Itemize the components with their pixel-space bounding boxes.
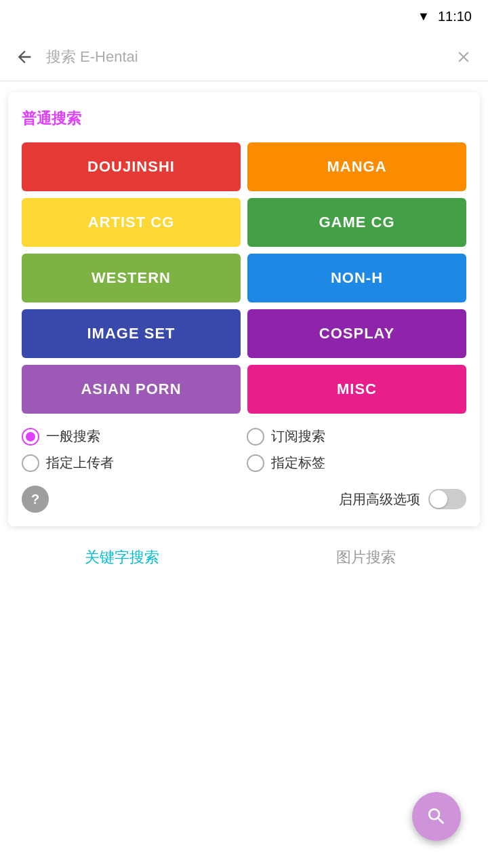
bottom-tabs: 关键字搜索图片搜索 — [0, 537, 488, 578]
category-manga[interactable]: MANGA — [247, 142, 466, 191]
radio-uploader-search[interactable]: 指定上传者 — [22, 454, 241, 472]
radio-circle-tag-search — [247, 454, 264, 472]
category-image-set[interactable]: IMAGE SET — [22, 309, 241, 358]
radio-circle-subscription-search — [247, 428, 264, 446]
status-time: 11:10 — [438, 9, 472, 24]
radio-circle-general-search — [22, 428, 39, 446]
search-input-area[interactable] — [46, 42, 442, 72]
tab-image-search[interactable]: 图片搜索 — [244, 537, 488, 578]
fab-search-button[interactable] — [412, 792, 461, 841]
advanced-toggle: 启用高级选项 — [339, 489, 466, 509]
category-doujinshi[interactable]: DOUJINSHI — [22, 142, 241, 191]
radio-tag-search[interactable]: 指定标签 — [247, 454, 466, 472]
category-western[interactable]: WESTERN — [22, 254, 241, 302]
clear-button[interactable] — [450, 43, 477, 71]
category-non-h[interactable]: NON-H — [247, 254, 466, 302]
search-input[interactable] — [46, 48, 442, 66]
category-game-cg[interactable]: GAME CG — [247, 198, 466, 247]
category-cosplay[interactable]: COSPLAY — [247, 309, 466, 358]
radio-circle-uploader-search — [22, 454, 39, 472]
tab-keyword-search[interactable]: 关键字搜索 — [0, 537, 244, 578]
category-artist-cg[interactable]: ARTIST CG — [22, 198, 241, 247]
category-misc[interactable]: MISC — [247, 365, 466, 414]
advanced-row: ? 启用高级选项 — [22, 486, 466, 513]
advanced-toggle-switch[interactable] — [428, 489, 466, 509]
search-bar — [0, 33, 488, 81]
main-card: 普通搜索 DOUJINSHIMANGAARTIST CGGAME CGWESTE… — [8, 92, 480, 526]
status-bar: ▼ 11:10 — [0, 0, 488, 33]
category-asian-porn[interactable]: ASIAN PORN — [22, 365, 241, 414]
wifi-icon: ▼ — [418, 9, 430, 24]
advanced-label: 启用高级选项 — [339, 490, 420, 509]
back-button[interactable] — [11, 43, 38, 71]
radio-label-uploader-search: 指定上传者 — [46, 454, 114, 472]
radio-label-general-search: 一般搜索 — [46, 427, 100, 446]
section-title: 普通搜索 — [22, 108, 466, 129]
category-grid: DOUJINSHIMANGAARTIST CGGAME CGWESTERNNON… — [22, 142, 466, 414]
help-button[interactable]: ? — [22, 486, 49, 513]
radio-label-subscription-search: 订阅搜索 — [271, 427, 325, 446]
radio-label-tag-search: 指定标签 — [271, 454, 325, 472]
radio-subscription-search[interactable]: 订阅搜索 — [247, 427, 466, 446]
radio-section: 一般搜索订阅搜索指定上传者指定标签 — [22, 427, 466, 472]
radio-general-search[interactable]: 一般搜索 — [22, 427, 241, 446]
